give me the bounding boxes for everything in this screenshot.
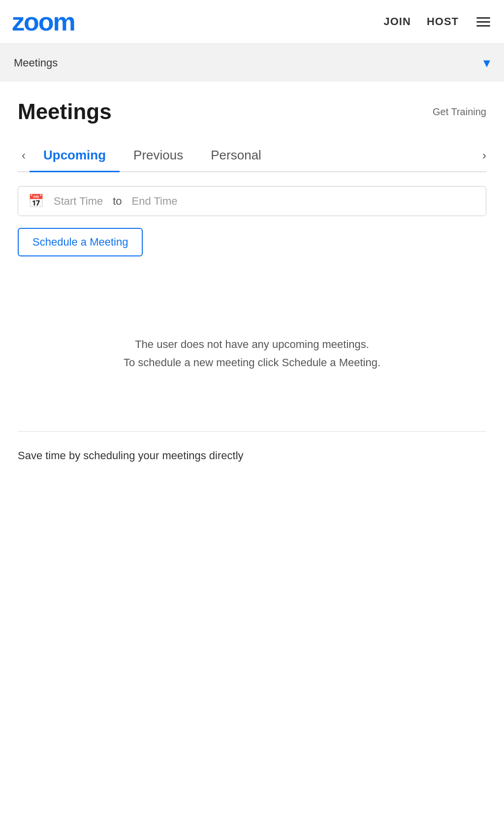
join-button[interactable]: JOIN — [384, 15, 411, 28]
host-button[interactable]: HOST — [427, 15, 459, 28]
tab-left-arrow[interactable]: ‹ — [18, 149, 30, 162]
hamburger-line-2 — [476, 21, 490, 23]
tab-upcoming[interactable]: Upcoming — [30, 140, 120, 172]
page-title: Meetings — [18, 99, 112, 124]
hamburger-line-3 — [476, 25, 490, 27]
tab-personal[interactable]: Personal — [197, 140, 275, 172]
nav-bar-label: Meetings — [14, 57, 58, 69]
empty-state-line2: To schedule a new meeting click Schedule… — [37, 353, 467, 372]
header: zoom JOIN HOST — [0, 0, 504, 44]
get-training-link[interactable]: Get Training — [433, 106, 486, 118]
hamburger-line-1 — [476, 17, 490, 19]
empty-state: The user does not have any upcoming meet… — [18, 276, 486, 431]
start-time-placeholder: Start Time — [54, 195, 103, 208]
footer-section: Save time by scheduling your meetings di… — [0, 432, 504, 480]
end-time-placeholder: End Time — [132, 195, 178, 208]
nav-bar[interactable]: Meetings ▾ — [0, 44, 504, 82]
calendar-icon: 📅 — [28, 193, 44, 209]
main-content: Meetings Get Training ‹ Upcoming Previou… — [0, 82, 504, 431]
tab-previous[interactable]: Previous — [120, 140, 197, 172]
date-separator: to — [113, 195, 122, 208]
chevron-down-icon: ▾ — [483, 55, 490, 71]
empty-state-line1: The user does not have any upcoming meet… — [37, 335, 467, 353]
schedule-meeting-button[interactable]: Schedule a Meeting — [18, 228, 143, 256]
date-filter[interactable]: 📅 Start Time to End Time — [18, 186, 486, 216]
footer-text: Save time by scheduling your meetings di… — [18, 449, 486, 462]
zoom-logo: zoom — [12, 9, 75, 34]
tabs-container: ‹ Upcoming Previous Personal › — [18, 140, 486, 172]
page-header: Meetings Get Training — [18, 99, 486, 124]
tab-right-arrow[interactable]: › — [482, 149, 486, 162]
header-actions: JOIN HOST — [384, 15, 492, 29]
menu-button[interactable] — [474, 15, 492, 29]
